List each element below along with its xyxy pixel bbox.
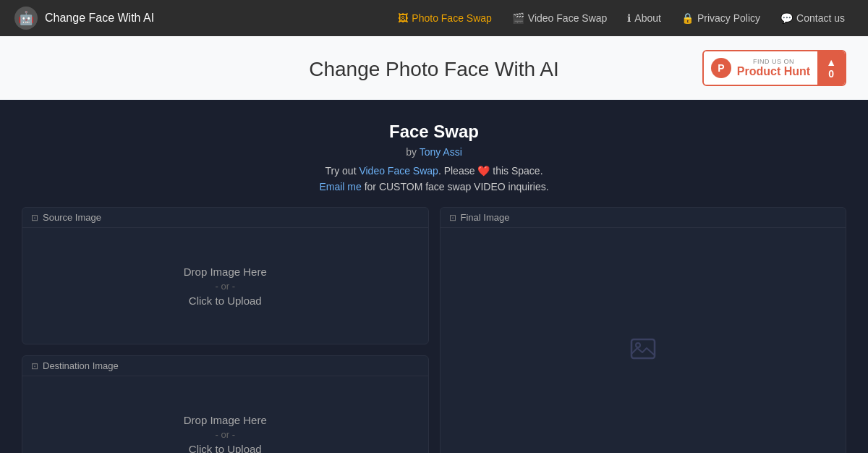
nav-label-contact: Contact us [796,12,845,24]
desc2-post: for CUSTOM face swap VIDEO inquiries. [362,181,549,192]
heart-emoji: ❤️ [477,165,490,177]
image-placeholder-icon [630,336,656,367]
source-image-box: ⊡ Source Image Drop Image Here - or - Cl… [22,207,429,344]
dest-upload-area[interactable]: Drop Image Here - or - Click to Upload [22,376,428,453]
nav-label-video-face-swap: Video Face Swap [528,12,607,24]
svg-point-1 [636,343,640,347]
face-swap-title: Face Swap [22,122,846,142]
nav-link-photo-face-swap[interactable]: 🖼 Photo Face Swap [389,8,501,28]
ph-upvote-arrow: ▲ [826,57,836,67]
ph-left: P FIND US ON Product Hunt [704,51,817,85]
video-icon: 🎬 [512,12,524,24]
dest-label: Destination Image [43,360,119,371]
nav-item-photo-face-swap[interactable]: 🖼 Photo Face Swap [389,8,501,28]
dest-header: ⊡ Destination Image [22,356,428,376]
lock-icon: 🔒 [681,12,694,24]
source-drop-text: Drop Image Here [184,266,267,278]
nav-link-video-face-swap[interactable]: 🎬 Video Face Swap [503,8,616,28]
face-swap-desc2: Email me for CUSTOM face swap VIDEO inqu… [22,181,846,192]
dest-or-text: - or - [216,429,235,440]
source-click-text: Click to Upload [189,295,262,307]
ph-right: ▲ 0 [817,51,845,85]
ph-name: Product Hunt [737,65,810,78]
info-icon: ℹ [627,12,631,24]
source-header-icon: ⊡ [31,213,38,223]
upload-grid: ⊡ Source Image Drop Image Here - or - Cl… [22,207,846,453]
nav-item-video-face-swap[interactable]: 🎬 Video Face Swap [503,8,616,28]
photo-icon: 🖼 [398,12,408,24]
ph-find-us-label: FIND US ON [737,58,810,65]
video-face-swap-link[interactable]: Video Face Swap [359,165,438,177]
final-header: ⊡ Final Image [441,208,846,228]
navbar: 🤖 Change Face With AI 🖼 Photo Face Swap … [0,0,868,36]
email-me-link[interactable]: Email me [319,181,361,192]
dest-click-text: Click to Upload [189,443,262,454]
ph-text-block: FIND US ON Product Hunt [737,58,810,78]
author-prefix: by [406,146,419,158]
source-label: Source Image [43,212,101,223]
dest-drop-text: Drop Image Here [184,414,267,426]
final-label: Final Image [461,212,510,223]
ph-logo: P [711,58,731,78]
nav-item-about[interactable]: ℹ About [618,8,670,28]
nav-label-photo-face-swap: Photo Face Swap [412,12,492,24]
nav-item-privacy[interactable]: 🔒 Privacy Policy [673,8,769,28]
brand-link[interactable]: 🤖 Change Face With AI [14,7,154,30]
svg-rect-0 [631,339,655,358]
nav-item-contact[interactable]: 💬 Contact us [772,8,854,28]
main-content: Face Swap by Tony Assi Try out Video Fac… [0,100,868,453]
face-swap-desc1: Try out Video Face Swap. Please ❤️ this … [22,165,846,177]
face-swap-author: by Tony Assi [22,146,846,158]
nav-label-about: About [634,12,661,24]
nav-link-contact[interactable]: 💬 Contact us [772,8,854,28]
brand-avatar: 🤖 [14,7,38,30]
final-image-box: ⊡ Final Image [440,207,847,453]
brand-name: Change Face With AI [45,12,154,25]
author-link[interactable]: Tony Assi [420,146,462,158]
nav-link-privacy[interactable]: 🔒 Privacy Policy [673,8,769,28]
product-hunt-badge[interactable]: P FIND US ON Product Hunt ▲ 0 [702,50,846,86]
page-header: Change Photo Face With AI P FIND US ON P… [0,36,868,100]
destination-image-box: ⊡ Destination Image Drop Image Here - or… [22,355,429,453]
nav-link-about[interactable]: ℹ About [618,8,670,28]
final-image-body [441,228,846,453]
final-header-icon: ⊡ [449,213,456,223]
dest-header-icon: ⊡ [31,361,38,371]
source-upload-area[interactable]: Drop Image Here - or - Click to Upload [22,228,428,344]
ph-vote-count: 0 [828,69,834,79]
nav-label-privacy: Privacy Policy [697,12,760,24]
nav-menu: 🖼 Photo Face Swap 🎬 Video Face Swap ℹ Ab… [389,8,854,28]
source-header: ⊡ Source Image [22,208,428,228]
source-or-text: - or - [216,281,235,292]
chat-icon: 💬 [780,12,793,24]
